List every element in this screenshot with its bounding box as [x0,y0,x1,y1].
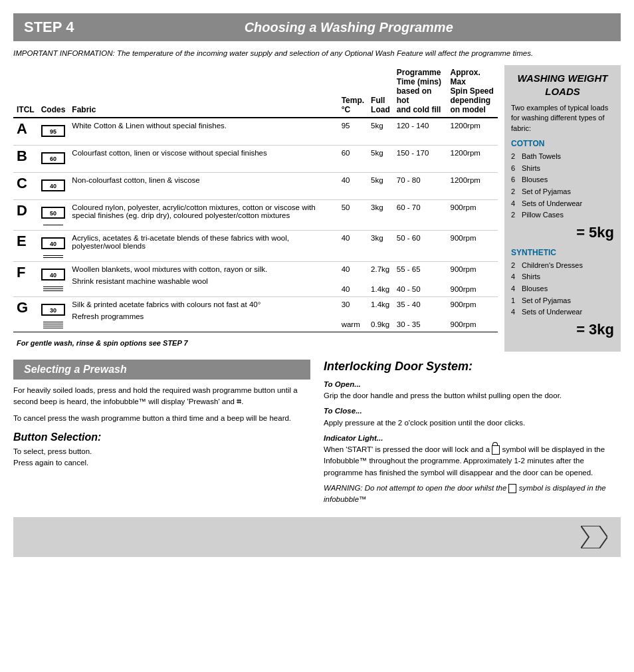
synthetic-list: 2Children's Dresses 4Shirts 4Blouses 1Se… [511,260,614,318]
table-row: F 40 [13,262,498,297]
time-b: 150 - 170 [393,146,447,173]
symbol-b: 60 [41,149,65,168]
cotton-total: = 5kg [511,224,614,241]
time-f: 55 - 65 40 - 50 [393,262,447,297]
symbol-f: 40 [41,265,65,284]
list-item: 2Set of Pyjamas [511,186,614,198]
page-header: STEP 4 Choosing a Washing Programme [13,13,621,41]
cotton-section-title: COTTON [511,139,614,148]
footer [13,517,621,557]
button-selection-content: To select, press button.Press again to c… [13,446,310,469]
step-label: STEP 4 [24,19,74,36]
svg-text:40: 40 [50,241,56,247]
programmes-table: ITCL Codes Fabric Temp.°C FullLoad Progr… [13,65,498,332]
list-item: 2Bath Towels [511,151,614,163]
symbol-g: 30 [41,300,65,319]
col-spin: Approx. MaxSpin Speeddependingon model [447,65,498,118]
svg-text:30: 30 [50,307,56,314]
interlocking-section: Interlocking Door System: To Open... Gri… [324,360,621,510]
weight-loads-subtitle: Two examples of typical loads for washin… [511,103,614,134]
time-g: 35 - 40 30 - 35 [393,297,447,332]
itcl-e: E [17,233,27,249]
temp-g: 30 warm [338,297,368,332]
col-itcl: ITCL [13,65,38,118]
list-item: 1Set of Pyjamas [511,295,614,307]
load-f: 2.7kg 1.4kg [368,262,393,297]
col-fabric: Fabric [68,65,338,118]
lock-icon-warning [508,484,516,493]
prewash-header: Selecting a Prewash [13,360,310,380]
load-d: 3kg [368,200,393,231]
weight-loads-sidebar: WASHING WEIGHT LOADS Two examples of typ… [504,65,621,352]
spin-f: 900rpm 900rpm [447,262,498,297]
spin-a: 1200rpm [447,118,498,146]
prewash-para2: To cancel press the wash programme butto… [13,413,310,424]
time-c: 70 - 80 [393,173,447,200]
svg-text:40: 40 [50,272,56,279]
temp-a: 95 [338,118,368,146]
list-item: 4Sets of Underwear [511,198,614,210]
temp-e: 40 [338,231,368,262]
col-temp: Temp.°C [338,65,368,118]
table-row: B 60 Colourfast cotton, linen or viscose… [13,146,498,173]
symbol-c: 40 [41,176,65,195]
itcl-a: A [17,120,27,137]
col-codes: Codes [38,65,69,118]
itcl-b: B [17,148,27,164]
table-area: ITCL Codes Fabric Temp.°C FullLoad Progr… [13,65,498,352]
lock-icon [492,445,500,455]
itcl-c: C [17,175,27,191]
spin-b: 1200rpm [447,146,498,173]
prewash-section: Selecting a Prewash For heavily soiled l… [13,360,310,510]
interlocking-title: Interlocking Door System: [324,360,621,374]
list-item: 2Pillow Cases [511,209,614,221]
table-row: C 40 Non-colourfast cotton, linen & visc… [13,173,498,200]
list-item: 6Blouses [511,174,614,186]
main-layout: ITCL Codes Fabric Temp.°C FullLoad Progr… [13,65,621,352]
fabric-f: Woollen blankets, wool mixtures with cot… [68,262,338,297]
col-load: FullLoad [368,65,393,118]
prewash-content: For heavily soiled loads, press and hold… [13,385,310,425]
load-e: 3kg [368,231,393,262]
svg-text:60: 60 [50,156,56,162]
list-item: 4Blouses [511,283,614,295]
fabric-c: Non-colourfast cotton, linen & viscose [68,173,338,200]
itcl-g: G [17,299,28,316]
fabric-g: Silk & printed acetate fabrics with colo… [68,297,338,332]
synthetic-section-title: SYNTHETIC [511,248,614,257]
button-selection-title: Button Selection: [13,431,310,443]
list-item: 2Children's Dresses [511,260,614,272]
table-row: A 95 White Cotton & Linen without specia… [13,118,498,146]
temp-c: 40 [338,173,368,200]
table-row: G 30 [13,297,498,332]
itcl-d: D [17,202,27,219]
temp-f: 40 40 [338,262,368,297]
svg-text:40: 40 [50,183,56,189]
svg-text:50: 50 [50,210,56,217]
load-c: 5kg [368,173,393,200]
fabric-a: White Cotton & Linen without special fin… [68,118,338,146]
weight-loads-title: WASHING WEIGHT LOADS [511,72,614,98]
fabric-e: Acrylics, acetates & tri-acetate blends … [68,231,338,262]
symbol-d: 50 [41,203,65,222]
fabric-d: Coloured nylon, polyester, acrylic/cotto… [68,200,338,231]
cotton-list: 2Bath Towels 6Shirts 6Blouses 2Set of Py… [511,151,614,221]
itcl-f: F [17,264,25,280]
list-item: 6Shirts [511,163,614,175]
time-e: 50 - 60 [393,231,447,262]
load-g: 1.4kg 0.9kg [368,297,393,332]
table-row: D 50 Coloured nylon, polyester, [13,200,498,231]
symbol-e: 40 [41,234,65,253]
list-item: 4Shirts [511,271,614,283]
svg-marker-14 [581,526,607,548]
temp-d: 50 [338,200,368,231]
interlocking-content: To Open... Grip the door handle and pres… [324,379,621,506]
table-row: E 40 Acrylics, [13,231,498,262]
next-arrow-icon [581,526,607,548]
symbol-a: 95 [41,122,65,140]
spin-d: 900rpm [447,200,498,231]
load-a: 5kg [368,118,393,146]
svg-text:95: 95 [50,128,56,135]
bottom-layout: Selecting a Prewash For heavily soiled l… [13,360,621,510]
col-time: ProgrammeTime (mins)based on hotand cold… [393,65,447,118]
